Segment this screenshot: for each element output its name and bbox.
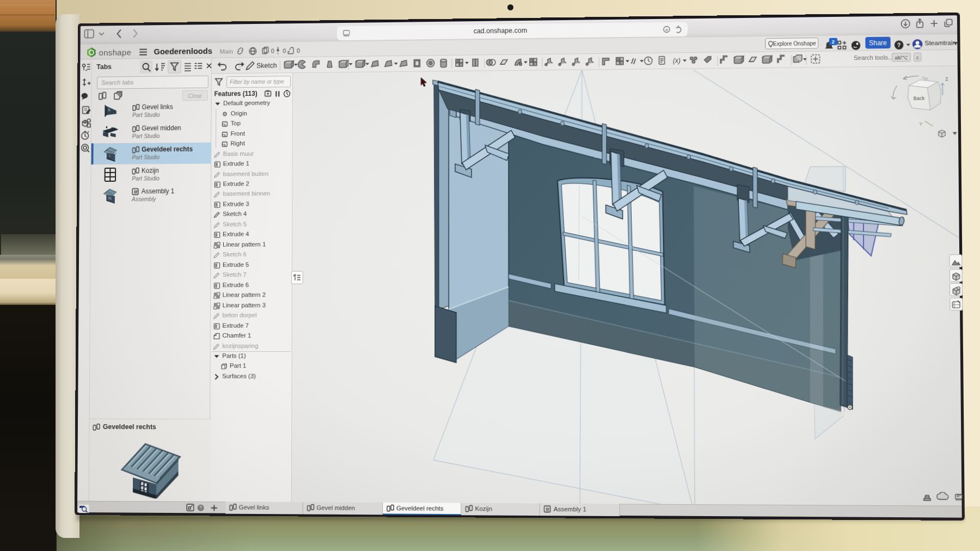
svg-text:0: 0 bbox=[283, 47, 286, 54]
svg-text:?: ? bbox=[897, 41, 901, 48]
svg-text:Z: Z bbox=[945, 76, 948, 82]
svg-text:?: ? bbox=[199, 505, 202, 510]
svg-text:a: a bbox=[665, 27, 668, 32]
svg-text:Back: Back bbox=[914, 95, 925, 101]
svg-text:Y: Y bbox=[919, 121, 922, 127]
svg-text:(x): (x) bbox=[673, 57, 681, 64]
svg-text:0: 0 bbox=[297, 47, 300, 54]
svg-text:0: 0 bbox=[271, 47, 274, 54]
svg-text:Sketch: Sketch bbox=[256, 62, 277, 70]
